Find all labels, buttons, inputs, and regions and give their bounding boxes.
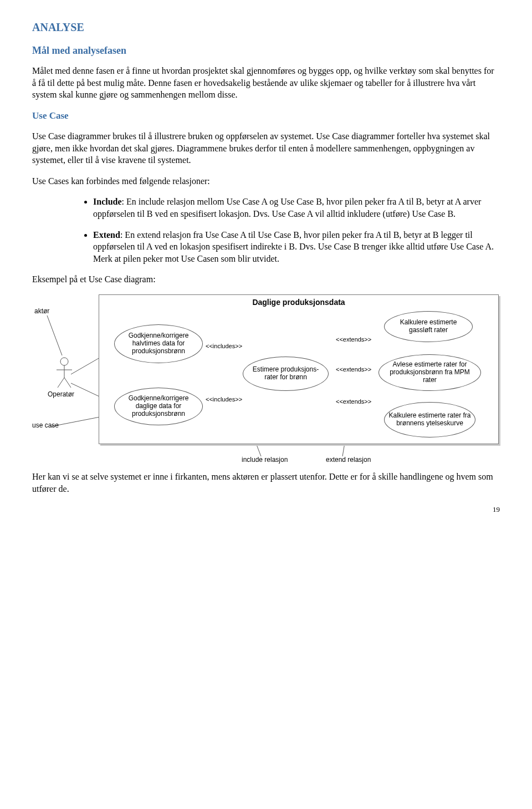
usecase-uc2: Godkjenne/korrigere daglige data for pro… [114, 388, 203, 425]
example-intro: Eksempel på et Use Case diagram: [32, 273, 500, 286]
paragraph-usecase-1: Use Case diagrammer brukes til å illustr… [32, 130, 500, 166]
usecase-r2: Avlese estimerte rater for produksjonsbr… [378, 354, 481, 391]
relation-extend-lead: Extend [93, 230, 120, 240]
paragraph-intro: Målet med denne fasen er å finne ut hvor… [32, 65, 500, 101]
relations-list: Include: En include relasjon mellom Use … [93, 196, 500, 264]
label-includes-2: <<includes>> [206, 395, 242, 404]
svg-line-15 [64, 378, 71, 388]
paragraph-usecase-2: Use Cases kan forbindes med følgende rel… [32, 175, 500, 187]
legend-include-relation: include relasjon [242, 455, 288, 464]
relation-extend: Extend: En extend relasjon fra Use Case … [93, 229, 500, 265]
usecase-center: Estimere produksjons- rater for brønn [243, 357, 329, 391]
page-number: 19 [32, 505, 500, 515]
legend-usecase: use case [32, 421, 59, 430]
system-title: Daglige produksjonsdata [99, 297, 498, 308]
svg-point-11 [60, 358, 68, 365]
legend-actor: aktør [34, 307, 49, 316]
paragraph-after-diagram: Her kan vi se at selve systemet er inne … [32, 471, 500, 495]
label-extends-3: <<extends>> [336, 398, 371, 406]
heading-usecase: Use Case [32, 110, 500, 123]
legend-extend-relation: extend relasjon [326, 455, 371, 464]
heading-analyse: ANALYSE [32, 20, 500, 35]
actor-icon [54, 357, 74, 391]
relation-include: Include: En include relasjon mellom Use … [93, 196, 500, 220]
label-extends-2: <<extends>> [336, 365, 371, 374]
label-includes-1: <<includes>> [206, 342, 242, 350]
label-extends-1: <<extends>> [336, 335, 371, 344]
usecase-diagram: Daglige produksjonsdata aktør Operatør u… [32, 294, 500, 466]
heading-mal: Mål med analysefasen [32, 44, 500, 57]
usecase-uc1: Godkjenne/korrigere halvtimes data for p… [114, 324, 203, 363]
actor-name: Operatør [48, 390, 74, 399]
relation-include-lead: Include [93, 197, 122, 206]
usecase-r3: Kalkulere estimerte rater fra brønnens y… [384, 402, 475, 437]
usecase-r1: Kalkulere estimerte gassløft rater [384, 311, 473, 342]
relation-extend-text: : En extend relasjon fra Use Case A til … [93, 230, 494, 263]
relation-include-text: : En include relasjon mellom Use Case A … [93, 197, 481, 218]
svg-line-14 [58, 378, 64, 388]
svg-line-7 [47, 316, 62, 355]
